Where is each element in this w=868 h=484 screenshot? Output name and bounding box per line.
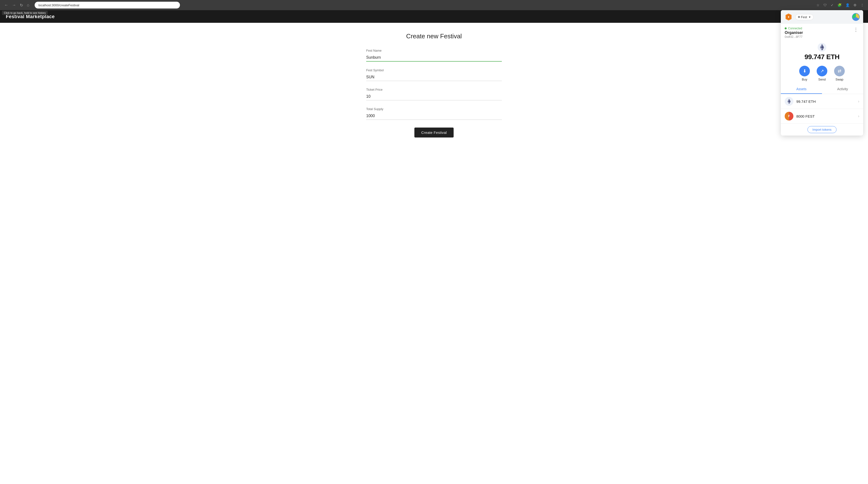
star-icon[interactable]: ☆ [815,2,821,8]
send-label: Send [818,78,826,81]
chevron-down-icon: ▼ [808,16,811,19]
url-text: localhost:3000/createFestival [38,3,79,7]
browser-icons: ☆ 🛡 ✓ 🧩 👤 ⚙ ⋮ [815,2,865,8]
tab-assets[interactable]: Assets [781,85,822,94]
fest-symbol-label: Fest Symbol [366,68,502,72]
eth-asset-icon [785,97,794,106]
account-address: 0xdf32...8F77 [785,35,803,38]
mm-account-info: Connected Organiser 0xdf32...8F77 [785,27,803,38]
main-content: Create new Festival Fest Name Fest Symbo… [0,23,868,147]
eth-asset-item[interactable]: 99.747 ETH › [781,94,863,109]
check-icon[interactable]: ✓ [830,2,835,8]
shield-icon[interactable]: 🛡 [822,2,828,8]
swap-action[interactable]: ⇄ Swap [834,66,845,81]
home-button[interactable]: ⌂ [25,2,31,8]
more-icon[interactable]: ⋮ [859,2,865,8]
create-festival-form: Create new Festival Fest Name Fest Symbo… [366,32,502,138]
browser-chrome: ← → ↻ ⌂ localhost:3000/createFestival ☆ … [0,0,868,10]
fest-asset-chevron: › [858,114,859,118]
metamask-popup: Fest ▼ Connected Organiser 0xdf32...8F77… [781,10,863,136]
ticket-price-label: Ticket Price [366,88,502,91]
create-festival-button[interactable]: Create Festival [414,127,454,138]
buy-icon: ⬇ [799,66,810,76]
tooltip: Click to go back, hold to see history [2,11,48,15]
import-tokens-button[interactable]: Import tokens [807,126,837,133]
nav-buttons: ← → ↻ ⌂ [3,2,31,8]
ticket-price-group: Ticket Price [366,88,502,101]
account-name: Organiser [785,31,803,35]
address-bar[interactable]: localhost:3000/createFestival [35,2,180,8]
swap-icon: ⇄ [834,66,845,76]
buy-action[interactable]: ⬇ Buy [799,66,810,81]
connection-row: Connected [785,27,803,30]
fest-name-input[interactable] [366,54,502,62]
eth-asset-chevron: › [858,99,859,104]
puzzle-icon[interactable]: 🧩 [836,2,843,8]
form-title: Create new Festival [366,32,502,40]
reload-button[interactable]: ↻ [19,2,25,8]
gear-icon[interactable]: ⚙ [852,2,858,8]
connected-text: Connected [788,27,802,30]
metamask-logo [784,12,793,21]
fest-name-group: Fest Name [366,49,502,62]
send-action[interactable]: ↗ Send [817,66,827,81]
swap-label: Swap [836,78,843,81]
forward-button[interactable]: → [11,2,18,8]
account-more-button[interactable]: ⋮ [852,27,859,32]
mm-tabs: Assets Activity [781,85,863,94]
connected-dot [785,27,786,29]
total-supply-group: Total Supply [366,107,502,120]
balance-amount: 99.747 ETH [805,53,839,61]
fest-asset-icon: F [785,112,794,120]
total-supply-input[interactable] [366,112,502,120]
total-supply-label: Total Supply [366,107,502,111]
eth-icon [817,43,826,52]
mm-popup-footer: Import tokens [781,124,863,136]
fest-symbol-group: Fest Symbol [366,68,502,81]
tab-activity[interactable]: Activity [822,85,863,94]
profile-icon[interactable]: 👤 [844,2,851,8]
fest-asset-item[interactable]: F 8000 FEST › [781,109,863,124]
app-navbar: Festival Marketplace MyTickets [0,10,868,23]
send-icon: ↗ [817,66,827,76]
network-dot [798,16,800,18]
buy-label: Buy [802,78,807,81]
fest-name-label: Fest Name [366,49,502,52]
mm-actions-row: ⬇ Buy ↗ Send ⇄ Swap [781,64,863,85]
back-button[interactable]: ← [3,2,10,8]
account-avatar[interactable] [852,13,860,21]
ticket-price-input[interactable] [366,93,502,101]
mm-account-section: Connected Organiser 0xdf32...8F77 ⋮ [781,24,863,40]
mm-header: Fest ▼ [781,10,863,24]
fest-asset-name: 8000 FEST [796,114,815,118]
eth-asset-name: 99.747 ETH [796,99,816,104]
mm-balance-section: 99.747 ETH [781,40,863,64]
network-label: Fest [801,15,807,19]
network-selector[interactable]: Fest ▼ [795,14,813,20]
mm-asset-list: 99.747 ETH › F 8000 FEST › [781,94,863,124]
fest-symbol-input[interactable] [366,74,502,81]
